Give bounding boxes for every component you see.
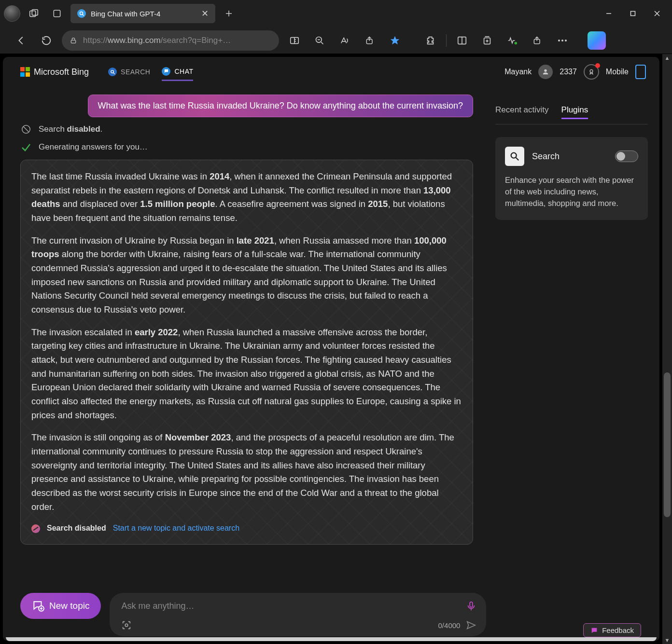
minimize-button[interactable] (598, 4, 620, 23)
svg-rect-11 (71, 40, 75, 43)
extensions-icon[interactable] (421, 31, 440, 50)
disabled-icon (20, 124, 32, 135)
plugin-title: Search (532, 151, 607, 162)
svg-marker-21 (391, 36, 399, 44)
scrollbar-thumb[interactable] (664, 372, 671, 517)
feedback-button[interactable]: Feedback (583, 623, 641, 637)
scroll-up-icon[interactable]: ▲ (662, 55, 672, 61)
svg-line-38 (24, 127, 29, 132)
svg-point-46 (126, 624, 128, 627)
bing-logo[interactable]: Microsoft Bing (20, 67, 89, 77)
more-icon[interactable] (553, 31, 572, 50)
tab-title: Bing Chat with GPT-4 (91, 10, 196, 18)
tab-actions-icon[interactable] (47, 4, 67, 23)
bottom-strip (6, 637, 657, 641)
refresh-button[interactable] (37, 31, 56, 50)
profile-avatar[interactable] (4, 5, 20, 22)
side-tabs: Recent activity Plugins (495, 105, 648, 124)
address-bar[interactable]: https://www.bing.com/search?q=Bing+… (62, 30, 279, 51)
chat-icon (162, 67, 170, 76)
performance-icon[interactable] (503, 31, 522, 50)
side-column: Recent activity Plugins Search Enhance y… (490, 87, 659, 641)
vertical-scrollbar[interactable]: ▲ ▼ (662, 54, 672, 644)
window-controls (598, 4, 668, 23)
send-icon[interactable] (466, 620, 476, 630)
share-icon[interactable] (360, 31, 379, 50)
tab-recent-activity[interactable]: Recent activity (495, 105, 549, 119)
svg-point-33 (111, 70, 113, 73)
status-generating: Generating answers for you… (20, 141, 473, 153)
visual-search-icon[interactable] (121, 620, 132, 630)
scroll-down-icon[interactable]: ▼ (662, 637, 672, 643)
split-screen-icon[interactable] (285, 31, 304, 50)
svg-line-34 (113, 72, 114, 74)
close-window-button[interactable] (646, 4, 668, 23)
svg-line-17 (321, 42, 323, 44)
separator (446, 34, 447, 47)
plugin-card-search: Search Enhance your search with the powe… (495, 137, 648, 220)
check-icon (20, 141, 32, 153)
back-button[interactable] (12, 31, 31, 50)
bing-tab-icon (77, 9, 86, 18)
activate-search-link[interactable]: Start a new topic and activate search (113, 522, 239, 534)
new-topic-button[interactable]: New topic (20, 593, 101, 619)
bing-header: Microsoft Bing SEARCH CHAT Mayank 2337 M… (3, 57, 659, 87)
mode-tabs: SEARCH CHAT (108, 63, 193, 81)
char-counter: 0/4000 (438, 621, 461, 630)
svg-rect-0 (30, 11, 36, 17)
search-disabled-globe-icon (31, 524, 40, 533)
composer-bar: New topic 0/4000 (3, 593, 659, 636)
browser-tab[interactable]: Bing Chat with GPT-4 ✕ (70, 4, 215, 23)
rewards-points[interactable]: 2337 (560, 68, 577, 76)
url-text: https://www.bing.com/search?q=Bing+… (83, 36, 271, 45)
tab-plugins[interactable]: Plugins (561, 105, 588, 119)
svg-point-32 (565, 40, 567, 41)
copilot-icon[interactable] (588, 31, 606, 50)
window-titlebar: Bing Chat with GPT-4 ✕ (0, 0, 672, 27)
collections-icon[interactable] (477, 31, 497, 50)
zoom-out-icon[interactable] (310, 31, 329, 50)
page-viewport: Microsoft Bing SEARCH CHAT Mayank 2337 M… (0, 54, 662, 644)
svg-point-3 (80, 12, 83, 15)
new-tab-icon[interactable] (219, 4, 238, 23)
lock-icon (70, 37, 77, 44)
microsoft-logo-icon (20, 67, 30, 77)
mobile-icon[interactable] (635, 65, 646, 79)
chat-column: What was the last time Russia invaded Uk… (3, 87, 490, 641)
svg-rect-44 (470, 602, 473, 607)
read-aloud-icon[interactable] (335, 31, 354, 50)
mic-icon[interactable] (466, 601, 476, 611)
compose-box: 0/4000 (110, 593, 486, 636)
browser-toolbar: https://www.bing.com/search?q=Bing+… (0, 27, 672, 54)
search-disabled-label: Search disabled (47, 522, 106, 534)
user-name[interactable]: Mayank (504, 68, 532, 76)
svg-point-39 (511, 153, 517, 158)
plugin-toggle[interactable] (615, 151, 638, 162)
bing-logo-text: Microsoft Bing (34, 67, 89, 77)
svg-rect-1 (32, 10, 38, 15)
svg-line-40 (516, 158, 519, 161)
plugin-description: Enhance your search with the power of th… (505, 175, 638, 209)
user-message-bubble: What was the last time Russia invaded Uk… (88, 95, 473, 117)
send-to-icon[interactable] (528, 31, 547, 50)
rewards-icon[interactable] (584, 64, 599, 80)
plugin-search-icon (505, 147, 524, 166)
svg-rect-2 (54, 10, 60, 16)
user-avatar-icon[interactable] (538, 65, 553, 79)
svg-point-35 (545, 69, 547, 72)
svg-rect-8 (631, 12, 635, 16)
workspaces-icon[interactable] (24, 4, 43, 23)
maximize-button[interactable] (622, 4, 644, 23)
tab-chat[interactable]: CHAT (162, 63, 193, 81)
split-icon[interactable] (452, 31, 472, 50)
favorite-star-icon[interactable] (385, 31, 405, 50)
svg-point-30 (558, 40, 560, 41)
header-right: Mayank 2337 Mobile (504, 64, 646, 80)
svg-point-36 (590, 69, 593, 72)
svg-line-4 (83, 14, 84, 16)
svg-point-28 (515, 41, 518, 44)
mobile-label[interactable]: Mobile (606, 68, 629, 76)
tab-search[interactable]: SEARCH (108, 63, 150, 81)
chat-input[interactable] (121, 601, 466, 611)
tab-close-icon[interactable]: ✕ (201, 8, 209, 19)
